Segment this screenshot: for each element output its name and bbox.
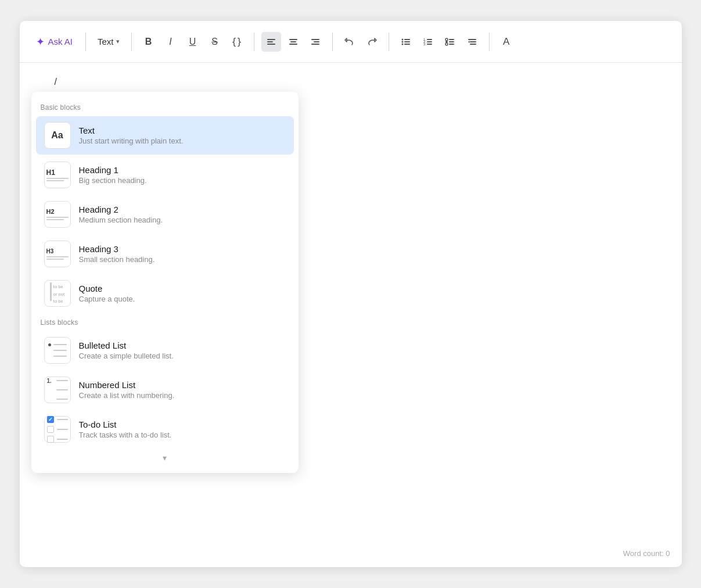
block-icon-quote: to be or not to be [44,280,71,307]
basic-blocks-label: Basic blocks [31,99,299,115]
svg-rect-6 [311,39,319,40]
block-item-numbered[interactable]: 1. 2. 3. [36,371,294,409]
toolbar-divider-1 [85,33,86,51]
ask-ai-icon: ✦ [36,35,45,48]
text-style-label: Text [98,37,114,46]
align-right-icon [310,37,321,47]
block-info-h3: Heading 3 Small section heading. [79,244,155,264]
code-button[interactable]: {} [227,32,247,52]
text-style-dropdown[interactable]: Text ▾ [93,34,124,49]
svg-point-9 [401,38,403,40]
block-type-dropdown[interactable]: Basic blocks Aa Text Just start writing … [31,92,299,473]
toolbar-divider-4 [332,33,333,51]
bullet-list-icon [401,37,411,47]
svg-rect-28 [470,41,476,42]
block-name-h1: Heading 1 [79,165,147,175]
block-item-heading2[interactable]: H2 Heading 2 Medium section heading. [36,195,294,234]
block-name-todo: To-do List [79,420,172,429]
block-info-numbered: Numbered List Create a list with numberi… [79,380,175,400]
dropdown-scroll-area[interactable]: Basic blocks Aa Text Just start writing … [31,92,299,473]
svg-rect-5 [289,44,297,45]
block-info-h2: Heading 2 Medium section heading. [79,205,163,224]
block-desc-bulleted: Create a simple bulleted list. [79,352,174,360]
toolbar-divider-2 [131,33,132,51]
block-name-h2: Heading 2 [79,205,163,214]
redo-button[interactable] [362,32,382,52]
italic-button[interactable]: I [161,32,181,52]
block-icon-bulleted [44,337,71,364]
svg-rect-1 [267,41,273,42]
block-desc-h2: Medium section heading. [79,216,163,224]
block-name-numbered: Numbered List [79,380,175,390]
svg-rect-12 [404,39,410,40]
strikethrough-button[interactable]: S [205,32,225,52]
block-desc-numbered: Create a list with numbering. [79,391,175,400]
svg-rect-13 [404,41,410,42]
toolbar: ✦ Ask AI Text ▾ B I U S {} [20,21,682,63]
align-left-icon [266,37,276,47]
font-size-icon: A [503,36,509,48]
block-icon-text: Aa [44,122,71,149]
toolbar-divider-6 [489,33,490,51]
ask-ai-button[interactable]: ✦ Ask AI [30,32,79,52]
toolbar-divider-3 [254,33,254,51]
check-list-icon [445,37,455,47]
block-info-quote: Quote Capture a quote. [79,284,135,303]
block-info-h1: Heading 1 Big section heading. [79,165,147,185]
check-list-button[interactable] [440,32,460,52]
editor-body[interactable]: / Basic blocks Aa Text Just start writin… [20,63,682,567]
align-center-button[interactable] [283,32,303,52]
align-right-button[interactable] [305,32,325,52]
svg-text:3.: 3. [423,42,426,46]
block-info-bulleted: Bulleted List Create a simple bulleted l… [79,340,174,360]
block-item-todo[interactable]: ✓ [36,410,294,449]
toolbar-divider-5 [389,33,389,51]
block-desc-quote: Capture a quote. [79,295,135,303]
block-item-bulleted[interactable]: Bulleted List Create a simple bulleted l… [36,331,294,370]
block-item-heading3[interactable]: H3 Heading 3 Small section heading. [36,235,294,273]
numbered-list-button[interactable]: 1. 2. 3. [418,32,438,52]
block-desc-text: Just start writing with plain text. [79,137,184,145]
block-desc-h3: Small section heading. [79,255,155,264]
block-name-text: Text [79,126,184,135]
bullet-list-button[interactable] [396,32,416,52]
svg-rect-19 [427,41,432,42]
block-name-bulleted: Bulleted List [79,340,174,350]
svg-rect-18 [427,39,432,40]
block-desc-todo: Track tasks with a to-do list. [79,431,172,439]
block-icon-numbered: 1. 2. 3. [44,377,71,403]
align-left-button[interactable] [261,32,281,52]
svg-point-10 [401,41,403,42]
lists-blocks-label: Lists blocks [31,314,299,330]
svg-rect-29 [470,44,476,45]
font-size-button[interactable]: A [497,32,516,52]
svg-rect-20 [427,44,432,45]
svg-rect-3 [289,39,297,40]
svg-rect-0 [267,39,275,40]
editor-container: ✦ Ask AI Text ▾ B I U S {} [20,21,682,567]
svg-rect-27 [468,39,476,40]
indent-button[interactable] [462,32,482,52]
block-icon-h1: H1 [44,162,71,188]
underline-button[interactable]: U [183,32,203,52]
svg-point-21 [445,38,448,41]
chevron-down-icon: ▾ [116,38,120,45]
indent-icon [467,37,477,47]
svg-rect-7 [314,41,319,42]
svg-rect-25 [449,41,454,42]
redo-icon [366,37,377,47]
bold-button[interactable]: B [139,32,159,52]
block-name-h3: Heading 3 [79,244,155,254]
svg-rect-2 [267,44,275,45]
block-item-text[interactable]: Aa Text Just start writing with plain te… [36,116,294,155]
undo-button[interactable] [340,32,360,52]
align-center-icon [288,37,299,47]
ask-ai-label: Ask AI [48,37,73,46]
block-info-text: Text Just start writing with plain text. [79,126,184,145]
undo-icon [344,37,355,47]
word-count: Word count: 0 [623,549,670,558]
svg-rect-8 [311,44,319,45]
numbered-list-icon: 1. 2. 3. [423,37,433,47]
block-item-quote[interactable]: to be or not to be Quote Capture a quote… [36,274,294,313]
block-item-heading1[interactable]: H1 Heading 1 Big section heading. [36,156,294,194]
